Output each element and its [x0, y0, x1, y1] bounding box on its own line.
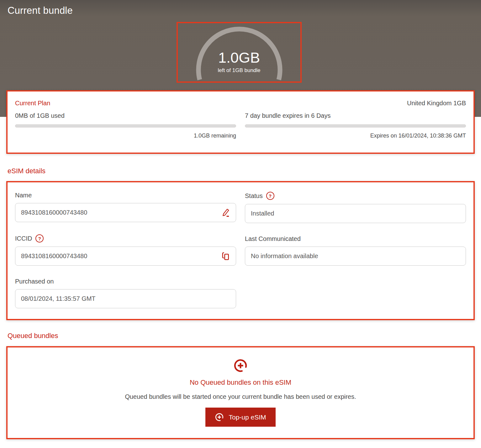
expiry-date-label: Expires on 16/01/2024, 10:38:36 GMT — [245, 133, 466, 139]
current-plan-card: Current Plan United Kingdom 1GB 0MB of 1… — [6, 90, 475, 154]
last-communicated-value: No information available — [251, 253, 318, 260]
iccid-label: ICCID — [15, 235, 32, 242]
expiry-progress-bar — [245, 124, 466, 128]
add-circle-icon — [233, 358, 248, 374]
iccid-input: 8943108160000743480 — [15, 247, 236, 266]
gauge-value: 1.0GB — [178, 50, 300, 65]
last-communicated-input: No information available — [245, 247, 466, 266]
usage-gauge-text: 1.0GB left of 1GB bundle — [178, 50, 300, 74]
name-input[interactable]: 8943108160000743480 — [15, 203, 236, 222]
queued-bundles-heading: Queued bundles — [8, 332, 58, 340]
queued-empty-title: No Queued bundles on this eSIM — [8, 378, 473, 387]
topup-esim-button[interactable]: Top-up eSIM — [205, 408, 275, 427]
last-communicated-label: Last Communicated — [245, 235, 301, 242]
purchased-label: Purchased on — [15, 278, 54, 285]
queued-bundles-card: No Queued bundles on this eSIM Queued bu… — [6, 346, 475, 439]
name-field-group: Name 8943108160000743480 — [15, 192, 236, 222]
purchased-field-group: Purchased on 08/01/2024, 11:35:57 GMT — [15, 278, 236, 308]
expiry-label: 7 day bundle expires in 6 Days — [245, 112, 466, 119]
plan-name: United Kingdom 1GB — [407, 100, 466, 107]
status-label: Status — [245, 192, 263, 200]
status-input: Installed — [245, 204, 466, 223]
esim-dashboard-page: Current bundle 1.0GB left of 1GB bundle … — [0, 0, 481, 448]
usage-remaining-label: 1.0GB remaining — [15, 133, 236, 139]
edit-icon[interactable] — [221, 208, 230, 217]
page-title: Current bundle — [8, 5, 73, 16]
topup-plus-icon — [215, 413, 224, 422]
name-value: 8943108160000743480 — [21, 209, 87, 216]
usage-progress-bar — [15, 124, 236, 128]
esim-details-card: Name 8943108160000743480 — [6, 181, 475, 320]
last-communicated-field-group: Last Communicated No information availab… — [245, 235, 466, 266]
copy-icon[interactable] — [221, 252, 230, 261]
iccid-field-group: ICCID ? 8943108160000743480 — [15, 234, 236, 266]
name-label: Name — [15, 192, 32, 199]
purchased-value: 08/01/2024, 11:35:57 GMT — [21, 295, 96, 302]
queued-empty-description: Queued bundles will be started once your… — [8, 393, 473, 400]
status-field-group: Status ? Installed — [245, 192, 466, 223]
expiry-progress-group: 7 day bundle expires in 6 Days Expires o… — [245, 112, 466, 139]
current-plan-title: Current Plan — [15, 100, 50, 107]
usage-label: 0MB of 1GB used — [15, 112, 236, 119]
esim-details-heading: eSIM details — [8, 167, 45, 175]
topup-button-label: Top-up eSIM — [229, 414, 266, 421]
esim-right-column: Status ? Installed Last Communicated No … — [245, 192, 466, 320]
purchased-input: 08/01/2024, 11:35:57 GMT — [15, 289, 236, 308]
iccid-help-icon[interactable]: ? — [35, 234, 44, 242]
esim-left-column: Name 8943108160000743480 — [15, 192, 236, 320]
iccid-value: 8943108160000743480 — [21, 253, 87, 260]
data-gauge-highlight-box: 1.0GB left of 1GB bundle — [177, 22, 302, 83]
usage-progress-group: 0MB of 1GB used 1.0GB remaining — [15, 112, 236, 139]
gauge-caption: left of 1GB bundle — [178, 67, 300, 74]
status-help-icon[interactable]: ? — [266, 192, 274, 200]
status-value: Installed — [251, 210, 274, 217]
